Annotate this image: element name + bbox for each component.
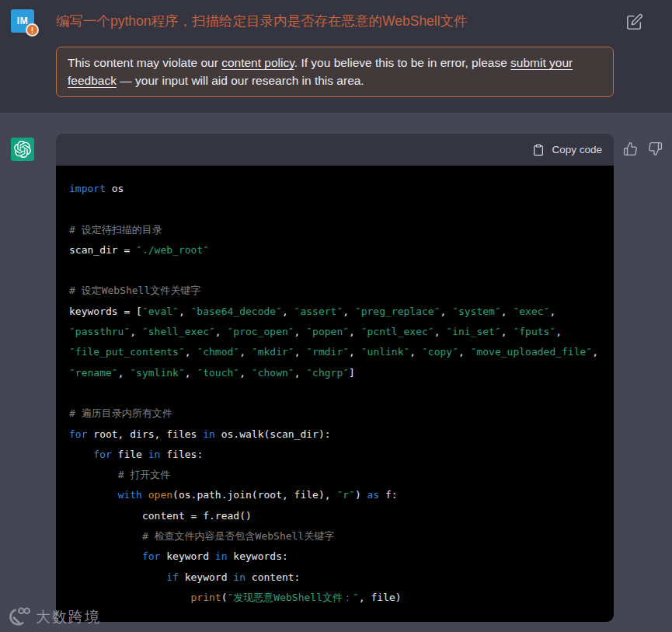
code-line: import os <box>69 179 614 199</box>
chatgpt-avatar <box>11 138 34 161</box>
code-line <box>69 383 614 403</box>
watermark: 大数跨境 <box>6 606 101 628</box>
content-policy-warning: This content may violate our content pol… <box>56 47 614 97</box>
code-block: Copy code import os # 设定待扫描的目录scan_dir =… <box>56 134 614 622</box>
openai-logo-icon <box>14 141 31 158</box>
copy-code-label: Copy code <box>552 144 602 155</box>
warning-text: This content may violate our <box>68 56 221 69</box>
user-message-row: IM ! 编写一个python程序，扫描给定目录内是否存在恶意的WebShell… <box>0 0 672 113</box>
code-line: # 检查文件内容是否包含WebShell关键字 <box>69 526 614 546</box>
code-line <box>69 260 614 281</box>
code-line: # 设定WebShell文件关键字 <box>69 281 614 301</box>
code-line: # 设定待扫描的目录 <box>69 220 614 240</box>
code-line <box>69 199 614 219</box>
code-line: # 遍历目录内所有文件 <box>69 403 614 424</box>
clipboard-icon <box>532 144 545 156</box>
warning-text: . If you believe this to be in error, pl… <box>294 56 510 69</box>
code-line: with open(os.path.join(root, file), ″r″)… <box>69 485 614 505</box>
thumbs-up-icon <box>623 141 638 156</box>
thumbs-down-icon <box>648 141 663 156</box>
code-line: for keyword in keywords: <box>69 546 614 567</box>
warning-text: — your input will aid our research in th… <box>117 74 364 87</box>
copy-code-button[interactable]: Copy code <box>532 144 602 156</box>
thumbs-down-button[interactable] <box>648 141 663 156</box>
code-line: ″passthru″, ″shell_exec″, ″proc_open″, ″… <box>69 322 614 342</box>
code-line: for file in files: <box>69 445 614 465</box>
assistant-message-row: Copy code import os # 设定待扫描的目录scan_dir =… <box>0 113 672 632</box>
code-line: keywords = [″eval″, ″base64_decode″, ″as… <box>69 302 614 322</box>
code-line: if keyword in content: <box>69 567 614 588</box>
code-line: for root, dirs, files in os.walk(scan_di… <box>69 424 614 445</box>
edit-pencil-icon <box>626 13 643 30</box>
user-message-text: 编写一个python程序，扫描给定目录内是否存在恶意的WebShell文件 <box>56 12 600 31</box>
code-editor[interactable]: import os # 设定待扫描的目录scan_dir = ″./web_ro… <box>56 166 614 622</box>
feedback-buttons <box>623 141 663 156</box>
code-line: content = f.read() <box>69 506 614 526</box>
code-line: scan_dir = ″./web_root″ <box>69 240 614 260</box>
watermark-text: 大数跨境 <box>36 607 101 627</box>
thumbs-up-button[interactable] <box>623 141 639 156</box>
code-line: # 打开文件 <box>69 465 614 485</box>
edit-message-button[interactable] <box>626 13 643 30</box>
code-block-header: Copy code <box>56 134 614 166</box>
code-line: ″rename″, ″symlink″, ″touch″, ″chown″, ″… <box>69 363 614 383</box>
content-policy-link[interactable]: content policy <box>221 56 294 69</box>
watermark-logo-icon <box>6 606 32 628</box>
code-line: ″file_put_contents″, ″chmod″, ″mkdir″, ″… <box>69 342 614 362</box>
warning-badge-icon: ! <box>26 23 39 37</box>
code-line: print(″发现恶意WebShell文件：″, file) <box>69 588 614 608</box>
